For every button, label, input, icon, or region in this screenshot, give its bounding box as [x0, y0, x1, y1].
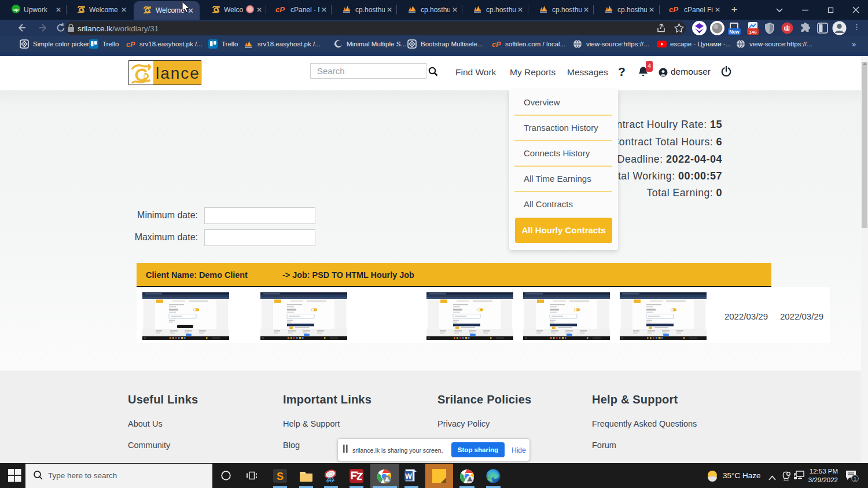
svg-text:cP: cP — [126, 41, 135, 49]
svg-text:S: S — [277, 471, 284, 482]
svg-text:cP: cP — [669, 5, 678, 13]
svg-text:cP: cP — [275, 5, 285, 13]
svg-text:New: New — [729, 29, 740, 35]
svg-text:1: 1 — [854, 476, 856, 482]
svg-text:up: up — [13, 7, 19, 12]
svg-text:cP: cP — [492, 41, 501, 49]
svg-text:146: 146 — [749, 30, 757, 35]
svg-text:W: W — [405, 472, 412, 480]
